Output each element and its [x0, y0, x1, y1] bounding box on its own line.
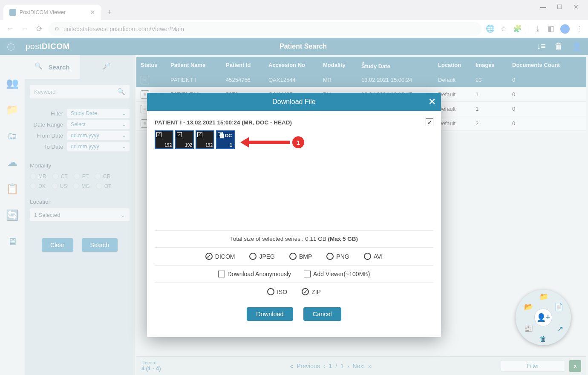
th-date[interactable]: ▲Study Date	[361, 60, 438, 69]
cancel-button[interactable]: Cancel	[303, 307, 341, 321]
menu-icon[interactable]: ⋮	[576, 24, 583, 33]
series-thumb-doc[interactable]: ✓📄OC1	[216, 130, 235, 149]
radial-delete-icon[interactable]: 🗑	[539, 335, 547, 343]
url-text: unitedstateswest.postdicom.com/Viewer/Ma…	[63, 26, 184, 32]
daterange-select[interactable]: Select⌄	[67, 120, 130, 129]
select-all-checkbox[interactable]: ✓	[426, 118, 433, 126]
extensions-icon[interactable]: 🧩	[513, 24, 522, 33]
modality-pt[interactable]: PT	[74, 173, 89, 179]
radial-menu[interactable]: 📁 📂 📄 📰 ↗ 🗑 👤+	[516, 290, 571, 345]
modality-ct[interactable]: CT	[52, 173, 68, 179]
location-select[interactable]: 1 Selected ⌄	[30, 208, 130, 221]
filter-button[interactable]: Filter	[501, 360, 565, 372]
downloads-icon[interactable]: ⭳	[534, 25, 542, 33]
tab-search[interactable]: 🔍 Search	[25, 55, 80, 79]
modal-close-icon[interactable]: ✕	[428, 96, 436, 107]
rail-cards-icon[interactable]: 🗂	[6, 129, 19, 143]
size-info: Total size of selected series : 0.11 GB …	[155, 230, 433, 247]
modality-mr[interactable]: MR	[30, 173, 46, 179]
forward-icon[interactable]: →	[20, 24, 30, 34]
pager-next[interactable]: Next	[353, 363, 365, 369]
radial-addfolder-icon[interactable]: 📂	[524, 303, 533, 312]
window-minimize-icon[interactable]: —	[540, 3, 546, 10]
translate-icon[interactable]: 🌐	[486, 24, 495, 33]
th-acc[interactable]: Accession No	[268, 62, 323, 68]
rail-sync-icon[interactable]: 🔄	[6, 208, 19, 222]
series-thumb[interactable]: ✓192	[175, 130, 194, 149]
radial-document-icon[interactable]: 📄	[554, 303, 563, 312]
rail-patients-icon[interactable]: 👥	[6, 76, 19, 90]
radial-share-icon[interactable]: ↗	[557, 324, 563, 333]
record-label: Record	[141, 360, 161, 365]
th-name[interactable]: Patient Name	[170, 62, 226, 68]
window-maximize-icon[interactable]: ☐	[557, 3, 562, 10]
format-jpeg[interactable]: JPEG	[249, 253, 275, 260]
radial-folder-icon[interactable]: 📁	[539, 292, 548, 301]
anon-checkbox[interactable]: Download Anonymously	[218, 271, 291, 277]
pager-prev[interactable]: Previous	[297, 363, 320, 369]
modality-dx[interactable]: DX	[30, 183, 46, 189]
keyword-input[interactable]: Keyword 🔍	[30, 85, 130, 98]
fromdate-label: From Date	[30, 133, 67, 139]
th-loc[interactable]: Location	[438, 62, 476, 68]
pager-next-icon[interactable]: ›	[347, 363, 349, 369]
pager-prev-icon[interactable]: ‹	[323, 363, 326, 369]
todate-input[interactable]: dd.mm.yyyy⌄	[67, 142, 130, 151]
modality-cr[interactable]: CR	[95, 173, 110, 179]
radial-center-icon[interactable]: 👤+	[534, 309, 552, 326]
annotation-badge: 1	[292, 136, 304, 148]
modality-mg[interactable]: MG	[73, 183, 89, 189]
study-line: PATIENT I - 13.02.2021 15:00:24 (MR, DOC…	[155, 119, 292, 126]
th-status[interactable]: Status	[141, 62, 170, 68]
table-header: Status Patient Name Patient Id Accession…	[136, 57, 586, 73]
modality-ot[interactable]: OT	[96, 183, 112, 189]
modality-us[interactable]: US	[52, 183, 67, 189]
sort-icon[interactable]: ↓≡	[536, 41, 546, 52]
tab-advanced-search[interactable]: 🔎	[80, 55, 135, 79]
format-bmp[interactable]: BMP	[289, 253, 312, 260]
tab-favicon	[9, 9, 16, 16]
window-close-icon[interactable]: ✕	[574, 3, 579, 10]
profile-avatar[interactable]	[560, 24, 570, 34]
pager-first-icon[interactable]: «	[290, 363, 293, 369]
rail-folder-icon[interactable]: 📁	[6, 103, 19, 116]
bookmark-icon[interactable]: ☆	[501, 24, 507, 33]
format-avi[interactable]: AVI	[364, 253, 383, 260]
rail-screens-icon[interactable]: 🖥	[6, 235, 19, 248]
browser-tab[interactable]: PostDICOM Viewer ✕	[3, 5, 101, 20]
format-png[interactable]: PNG	[326, 253, 349, 260]
archive-iso[interactable]: ISO	[267, 288, 287, 295]
radial-report-icon[interactable]: 📰	[524, 324, 533, 333]
sidepanel-icon[interactable]: ◧	[548, 24, 554, 33]
fromdate-input[interactable]: dd.mm.yyyy⌄	[67, 131, 130, 140]
export-excel-icon[interactable]: x	[569, 360, 581, 372]
series-thumb[interactable]: ✓192	[155, 130, 173, 149]
filter-select[interactable]: Study Date⌄	[67, 109, 130, 118]
rail-upload-icon[interactable]: ☁	[6, 156, 19, 169]
th-id[interactable]: Patient Id	[226, 62, 268, 68]
clear-button[interactable]: Clear	[42, 238, 73, 252]
search-icon: 🔍	[35, 62, 44, 72]
table-row[interactable]: ≡PATIENT I45254756QAX12544MR13.02.2021 1…	[136, 73, 586, 87]
addviewer-checkbox[interactable]: Add Viewer(~100MB)	[304, 271, 370, 277]
th-doc[interactable]: Documents Count	[512, 62, 582, 68]
user-icon[interactable]: 👤	[571, 41, 582, 52]
download-button[interactable]: Download	[247, 307, 293, 321]
format-dicom[interactable]: DICOM	[205, 253, 235, 260]
keyword-search-icon[interactable]: 🔍	[117, 88, 125, 95]
site-settings-icon[interactable]: ⚙	[55, 26, 59, 32]
new-tab-button[interactable]: +	[103, 6, 116, 19]
rail-list-search-icon[interactable]: 📋	[6, 182, 19, 196]
pager-last-icon[interactable]: »	[368, 363, 372, 369]
trash-icon[interactable]: 🗑	[554, 41, 563, 52]
th-mod[interactable]: Modality	[323, 62, 361, 68]
tab-close-icon[interactable]: ✕	[90, 9, 95, 16]
status-icon: ≡	[141, 76, 149, 84]
th-img[interactable]: Images	[476, 62, 512, 68]
archive-zip[interactable]: ZIP	[302, 288, 321, 295]
reload-icon[interactable]: ⟳	[34, 24, 44, 34]
back-icon[interactable]: ←	[5, 24, 15, 34]
search-button[interactable]: Search	[82, 238, 118, 252]
address-bar[interactable]: ⚙ unitedstateswest.postdicom.com/Viewer/…	[49, 22, 481, 36]
series-thumb[interactable]: ✓192	[196, 130, 214, 149]
